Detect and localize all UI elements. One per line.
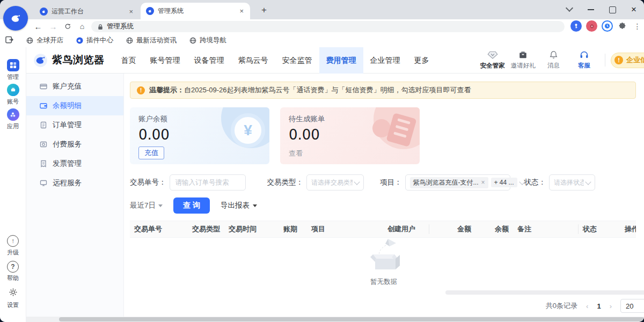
reload-icon[interactable] <box>62 20 74 32</box>
rail-item-apps[interactable]: 应用 <box>0 108 26 130</box>
notice-bar: ! 温馨提示：自2025-09-26起列表增加紫鸟云号「通话资费」与「短信资费」… <box>130 82 636 99</box>
action-security-guard[interactable]: 安全管家 <box>477 51 508 70</box>
address-bar[interactable]: 管理系统 <box>91 21 565 32</box>
nav-enterprise[interactable]: 企业管理 <box>363 47 407 74</box>
diamond-icon <box>487 51 498 59</box>
tab-management[interactable]: 管理系统 × <box>141 3 250 19</box>
nav-security[interactable]: 安全监管 <box>275 47 319 74</box>
invoice-icon <box>40 160 47 167</box>
tab-close-icon[interactable]: × <box>238 7 245 15</box>
window-minimize-button[interactable] <box>582 3 600 16</box>
ziniao-logo[interactable] <box>3 6 28 31</box>
nav-account-mgmt[interactable]: 账号管理 <box>143 47 187 74</box>
new-tab-button[interactable]: + <box>258 4 270 17</box>
forward-icon[interactable]: → <box>47 20 59 32</box>
window-horizontal-scrollbar[interactable] <box>18 317 644 322</box>
enterprise-info-badge[interactable]: ! 企业信息 <box>611 53 644 68</box>
browser-window: 运营工作台 × 管理系统 × + × ← → ⌂ 管理系统 <box>0 0 644 322</box>
action-support[interactable]: 客服 <box>569 50 599 70</box>
bookmark-crossborder-nav[interactable]: 跨境导航 <box>189 36 226 45</box>
extensions-puzzle-icon[interactable] <box>617 20 628 32</box>
date-range-select[interactable]: 最近7日 <box>130 201 163 210</box>
menu-kebab-icon[interactable]: ⋮ <box>632 20 643 32</box>
bookmark-global-store[interactable]: 全球开店 <box>26 36 63 45</box>
rail-item-help[interactable]: ? 帮助 <box>0 261 26 282</box>
window-close-button[interactable]: × <box>625 3 643 16</box>
menu-item-paid-services[interactable]: 付费服务 <box>26 135 123 154</box>
status-select[interactable]: 请选择状态 <box>549 174 595 191</box>
monitor-icon <box>40 179 47 187</box>
help-icon: ? <box>7 261 19 273</box>
rail-item-settings[interactable]: 设置 <box>0 287 26 309</box>
brand-name: 紫鸟浏览器 <box>52 53 105 67</box>
col-creator: 创建用户 <box>383 224 429 234</box>
ziniao-brand-icon <box>33 53 48 68</box>
bookmark-plugin-center[interactable]: 插件中心 <box>76 36 113 45</box>
menu-item-orders[interactable]: 订单管理 <box>26 115 123 135</box>
tab-list-chevron-icon[interactable] <box>566 4 573 12</box>
notice-text: 自2025-09-26起列表增加紫鸟云号「通话资费」与「短信资费」明细，勾选对应… <box>184 86 471 94</box>
total-records: 共0条记录 <box>546 301 577 311</box>
project-multiselect[interactable]: 紫鸟浏览器充值-支付... × + 44 ... <box>405 174 510 191</box>
bill-value: 0.00 <box>289 127 411 143</box>
project-tag: 紫鸟浏览器充值-支付... × <box>410 177 488 188</box>
ziniao-favicon <box>40 8 48 16</box>
table-header: 交易单号 交易类型 交易时间 账期 项目 创建用户 金额 余额 备注 状态 操作 <box>130 221 636 238</box>
view-bill-link[interactable]: 查看 <box>289 149 303 158</box>
main-nav: 首页 账号管理 设备管理 紫鸟云号 安全监管 费用管理 企业管理 更多 <box>114 47 436 74</box>
filter-row: 交易单号： 交易类型： 请选择交易类型 项目： 紫鸟浏览器充值-支付... × … <box>130 174 636 191</box>
side-panel-icon[interactable] <box>5 36 13 45</box>
nav-cloud-number[interactable]: 紫鸟云号 <box>231 47 275 74</box>
recharge-button[interactable]: 充值 <box>138 147 164 159</box>
project-label: 项目： <box>380 178 402 187</box>
next-page-icon[interactable]: › <box>610 302 612 310</box>
rail-item-accounts[interactable]: 账号 <box>0 84 26 106</box>
pending-bill-card: 待生成账单 0.00 查看 <box>280 107 420 164</box>
menu-item-recharge[interactable]: 账户充值 <box>26 77 123 96</box>
card-title: 账户余额 <box>138 114 261 124</box>
nav-billing[interactable]: 费用管理 <box>319 47 363 74</box>
current-page[interactable]: 1 <box>597 302 601 310</box>
apps-icon <box>7 108 19 121</box>
back-icon[interactable]: ← <box>32 20 44 32</box>
tag-close-icon[interactable]: × <box>481 179 485 186</box>
key-badge-icon[interactable] <box>570 20 582 32</box>
table-horizontal-scrollbar[interactable] <box>445 290 644 295</box>
export-report-button[interactable]: 导出报表 <box>221 201 257 210</box>
home-icon[interactable]: ⌂ <box>76 20 88 32</box>
type-select[interactable]: 请选择交易类型 <box>306 174 364 191</box>
menu-item-invoices[interactable]: 发票管理 <box>26 154 123 173</box>
caret-down-icon <box>253 204 257 207</box>
menu-item-remote-services[interactable]: 远程服务 <box>26 173 123 193</box>
rail-item-upgrade[interactable]: ↑ 升级 <box>0 235 26 257</box>
card-title: 待生成账单 <box>289 114 411 124</box>
search-button[interactable]: 查 询 <box>173 197 210 214</box>
scrollbar-thumb[interactable] <box>59 317 644 321</box>
bookmark-activity-news[interactable]: 最新活动资讯 <box>126 36 177 45</box>
nav-home[interactable]: 首页 <box>114 47 143 74</box>
rail-item-manage[interactable]: 管理 <box>0 59 26 81</box>
order-no-input[interactable] <box>170 174 246 191</box>
action-messages[interactable]: 消息 <box>538 50 569 70</box>
balance-value: 0.00 <box>138 127 261 143</box>
ziniao-favicon <box>76 37 83 44</box>
page-size-select[interactable]: 20 <box>620 299 644 313</box>
clock-extension-icon[interactable] <box>602 20 613 32</box>
action-invite-gift[interactable]: 邀请好礼 <box>508 51 538 70</box>
menu-item-balance-detail[interactable]: 余额明细 <box>26 96 123 115</box>
globe-icon <box>126 37 133 44</box>
action-row: 最近7日 查 询 导出报表 <box>130 197 636 214</box>
header-actions: 安全管家 邀请好礼 消息 客服 ! 企业信息 <box>477 47 644 74</box>
prev-page-icon[interactable]: ‹ <box>586 302 588 310</box>
chevron-down-icon <box>585 179 591 185</box>
tab-operations[interactable]: 运营工作台 × <box>34 4 140 19</box>
card-icon <box>40 83 47 90</box>
tab-close-icon[interactable]: × <box>128 8 134 16</box>
document-icon <box>40 121 47 129</box>
window-maximize-button[interactable] <box>603 3 621 16</box>
red-extension-icon[interactable] <box>586 20 597 32</box>
brand[interactable]: 紫鸟浏览器 <box>33 53 105 68</box>
nav-device-mgmt[interactable]: 设备管理 <box>187 47 231 74</box>
empty-state: 暂无数据 <box>123 238 644 287</box>
nav-more[interactable]: 更多 <box>407 47 436 74</box>
